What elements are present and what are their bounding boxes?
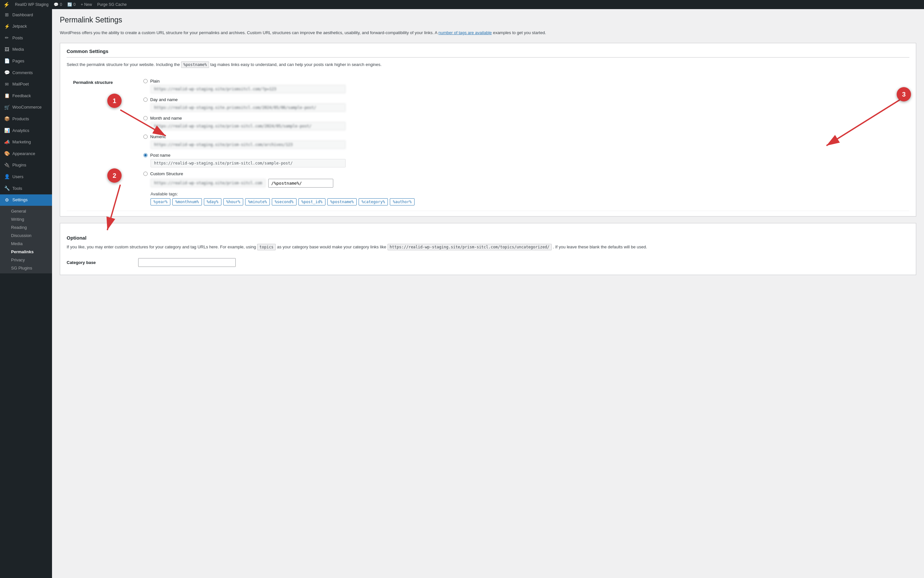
- sidebar-item-users[interactable]: 👤 Users: [0, 171, 52, 183]
- permalink-radio-month[interactable]: [143, 116, 148, 120]
- tools-icon: 🔧: [4, 185, 10, 192]
- page-title: Permalink Settings: [60, 16, 916, 24]
- optional-title: Optional: [67, 235, 909, 240]
- sidebar-item-label: Jetpack: [12, 23, 27, 29]
- postname-tag: %postname%: [181, 62, 209, 68]
- permalink-label-numeric[interactable]: Numeric: [150, 134, 166, 139]
- submenu-item-writing[interactable]: Writing: [0, 215, 52, 223]
- sidebar-item-marketing[interactable]: 📣 Marketing: [0, 136, 52, 148]
- site-name[interactable]: RealID WP Staging: [15, 2, 49, 7]
- permalink-label-postname[interactable]: Post name: [150, 153, 171, 157]
- submenu-item-discussion[interactable]: Discussion: [0, 231, 52, 240]
- permalink-option-month: Month and name https://realid-wp-staging…: [143, 116, 904, 130]
- permalink-radio-numeric[interactable]: [143, 135, 148, 139]
- sidebar-item-jetpack[interactable]: ⚡ Jetpack: [0, 21, 52, 32]
- permalink-label-plain[interactable]: Plain: [150, 79, 160, 84]
- sidebar-item-label: Plugins: [12, 162, 26, 168]
- wp-logo-icon: ⚡: [3, 2, 10, 8]
- sidebar-item-label: Marketing: [12, 139, 31, 145]
- permalink-label-day[interactable]: Day and name: [150, 97, 178, 102]
- tag-category[interactable]: %category%: [359, 198, 388, 205]
- permalink-radio-custom[interactable]: [143, 172, 148, 176]
- settings-submenu: General Writing Reading Discussion Media…: [0, 206, 52, 273]
- permalink-url-month: https://realid-wp-staging.site/prism-sit…: [151, 122, 346, 130]
- media-icon: 🖼: [4, 47, 10, 53]
- sidebar-item-feedback[interactable]: 📋 Feedback: [0, 90, 52, 102]
- permalink-radio-postname[interactable]: [143, 153, 148, 157]
- sidebar-item-dashboard[interactable]: ⊞ Dashboard: [0, 9, 52, 21]
- submenu-item-general[interactable]: General: [0, 207, 52, 215]
- sidebar-item-products[interactable]: 📦 Products: [0, 113, 52, 125]
- sidebar-item-comments[interactable]: 💬 Comments: [0, 67, 52, 79]
- sidebar: ⊞ Dashboard ⚡ Jetpack ✏ Posts 🖼 Media 📄 …: [0, 9, 52, 578]
- permalink-url-postname: https://realid-wp-staging.site/prism-sit…: [151, 159, 346, 167]
- sidebar-item-label: Media: [12, 47, 24, 52]
- sidebar-item-settings[interactable]: ⚙ Settings: [0, 195, 52, 206]
- tag-postname[interactable]: %postname%: [327, 198, 357, 205]
- woocommerce-icon: 🛒: [4, 104, 10, 111]
- comments-icon: 💬: [4, 70, 10, 76]
- tag-monthnum[interactable]: %monthnum%: [172, 198, 201, 205]
- permalink-form-table: Permalink structure Plain https://realid…: [67, 73, 909, 211]
- available-tags: %year% %monthnum% %day% %hour% %minute% …: [151, 198, 904, 205]
- appearance-icon: 🎨: [4, 151, 10, 157]
- tag-second[interactable]: %second%: [272, 198, 297, 205]
- permalink-radio-day[interactable]: [143, 97, 148, 102]
- sidebar-item-tools[interactable]: 🔧 Tools: [0, 183, 52, 195]
- submenu-item-permalinks[interactable]: Permalinks: [0, 248, 52, 256]
- products-icon: 📦: [4, 116, 10, 122]
- submenu-item-privacy[interactable]: Privacy: [0, 256, 52, 264]
- sidebar-item-posts[interactable]: ✏ Posts: [0, 32, 52, 44]
- posts-icon: ✏: [4, 35, 10, 41]
- permalink-label-month[interactable]: Month and name: [150, 116, 182, 120]
- sidebar-item-analytics[interactable]: 📊 Analytics: [0, 125, 52, 136]
- wp-layout: ⊞ Dashboard ⚡ Jetpack ✏ Posts 🖼 Media 📄 …: [0, 9, 924, 578]
- sidebar-item-woocommerce[interactable]: 🛒 WooCommerce: [0, 102, 52, 114]
- sidebar-item-label: Appearance: [12, 151, 35, 157]
- admin-bar-cache[interactable]: Purge SG Cache: [97, 2, 127, 7]
- permalink-options-list: Plain https://realid-wp-staging.site/pri…: [143, 79, 904, 188]
- sidebar-item-label: Tools: [12, 186, 22, 192]
- sidebar-item-label: Users: [12, 174, 23, 180]
- sidebar-item-media[interactable]: 🖼 Media: [0, 44, 52, 55]
- admin-bar-updates[interactable]: 🔄 0: [67, 2, 76, 7]
- optional-fields-table: Category base: [67, 255, 909, 270]
- sidebar-item-plugins[interactable]: 🔌 Plugins: [0, 160, 52, 171]
- page-description: WordPress offers you the ability to crea…: [60, 29, 873, 36]
- plugins-icon: 🔌: [4, 162, 10, 169]
- tag-post-id[interactable]: %post_id%: [299, 198, 325, 205]
- tag-minute[interactable]: %minute%: [245, 198, 270, 205]
- tag-author[interactable]: %author%: [390, 198, 414, 205]
- permalink-radio-plain[interactable]: [143, 79, 148, 83]
- sidebar-item-mailpoet[interactable]: ✉ MailPoet: [0, 79, 52, 90]
- custom-structure-input[interactable]: [268, 179, 333, 188]
- sidebar-item-pages[interactable]: 📄 Pages: [0, 55, 52, 67]
- submenu-item-sg-plugins[interactable]: SG Plugins: [0, 264, 52, 272]
- permalink-option-custom: Custom Structure https://realid-wp-stagi…: [143, 171, 904, 188]
- custom-structure-prefix: https://realid-wp-staging.site/prism-sit…: [151, 179, 266, 187]
- common-settings-title: Common Settings: [67, 49, 909, 58]
- permalink-label-custom[interactable]: Custom Structure: [150, 171, 183, 176]
- main-content: Permalink Settings WordPress offers you …: [52, 9, 924, 578]
- submenu-item-reading[interactable]: Reading: [0, 223, 52, 231]
- sidebar-item-label: Products: [12, 116, 29, 122]
- sidebar-item-label: Posts: [12, 35, 23, 41]
- submenu-item-media-sub[interactable]: Media: [0, 240, 52, 248]
- sidebar-item-appearance[interactable]: 🎨 Appearance: [0, 148, 52, 160]
- tag-hour[interactable]: %hour%: [223, 198, 243, 205]
- tag-year[interactable]: %year%: [151, 198, 171, 205]
- mailpoet-icon: ✉: [4, 81, 10, 88]
- sidebar-item-label: WooCommerce: [12, 104, 42, 110]
- optional-section: Optional If you like, you may enter cust…: [60, 223, 916, 275]
- marketing-icon: 📣: [4, 139, 10, 146]
- topics-tag: topics: [257, 244, 276, 250]
- tag-day[interactable]: %day%: [204, 198, 221, 205]
- admin-bar-new[interactable]: + New: [81, 2, 92, 7]
- sidebar-item-label: Analytics: [12, 128, 29, 134]
- description-link[interactable]: number of tags are available: [438, 30, 492, 35]
- admin-bar: ⚡ RealID WP Staging 💬 0 🔄 0 + New Purge …: [0, 0, 924, 9]
- category-base-input[interactable]: [138, 258, 236, 267]
- pages-icon: 📄: [4, 58, 10, 64]
- admin-bar-comments[interactable]: 💬 0: [54, 2, 62, 7]
- sidebar-item-label: Feedback: [12, 93, 31, 99]
